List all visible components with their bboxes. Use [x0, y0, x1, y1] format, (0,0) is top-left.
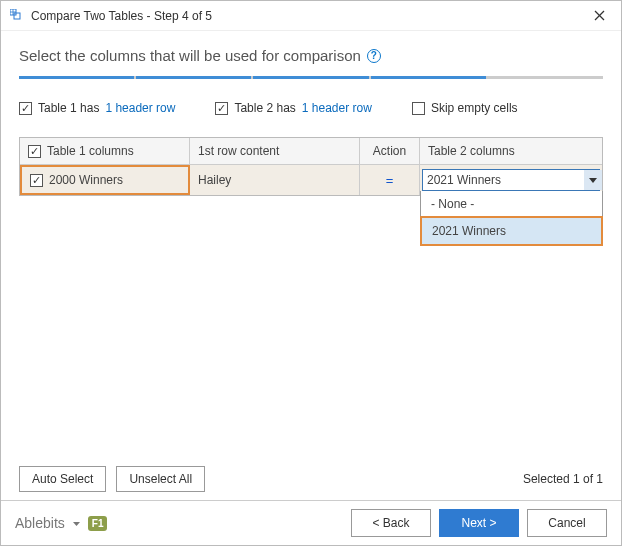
row-col2-text: Hailey — [198, 173, 231, 187]
dialog-content: Select the columns that will be used for… — [1, 31, 621, 500]
header-col1-label: Table 1 columns — [47, 144, 134, 158]
dropdown-option-none[interactable]: - None - — [421, 191, 602, 217]
chevron-down-icon — [589, 178, 597, 183]
row-action-cell[interactable]: = — [360, 165, 420, 195]
row-col2-cell: Hailey — [190, 165, 360, 195]
close-button[interactable] — [585, 2, 613, 30]
options-row: Table 1 has 1 header row Table 2 has 1 h… — [19, 101, 603, 115]
row-col1-text: 2000 Winners — [49, 173, 123, 187]
row-col1-cell[interactable]: 2000 Winners — [20, 165, 190, 195]
brand-label[interactable]: Ablebits — [15, 515, 65, 531]
checkbox-icon — [19, 102, 32, 115]
titlebar: Compare Two Tables - Step 4 of 5 — [1, 1, 621, 31]
subtitle-text: Select the columns that will be used for… — [19, 47, 361, 64]
table2-header-link[interactable]: 1 header row — [302, 101, 372, 115]
header-col2-label: 1st row content — [198, 144, 279, 158]
table1-prefix: Table 1 has — [38, 101, 99, 115]
checkbox-icon — [28, 145, 41, 158]
header-table1-columns[interactable]: Table 1 columns — [20, 138, 190, 164]
help-f1-badge[interactable]: F1 — [88, 516, 108, 531]
progress-seg-3 — [253, 76, 368, 79]
header-first-row-content: 1st row content — [190, 138, 360, 164]
progress-bar — [19, 76, 603, 79]
step-subtitle: Select the columns that will be used for… — [19, 47, 603, 64]
dropdown-option-2021-winners[interactable]: 2021 Winners — [422, 218, 601, 244]
checkbox-icon — [30, 174, 43, 187]
combo-selected-text: 2021 Winners — [427, 173, 501, 187]
table2-column-combo[interactable]: 2021 Winners — [422, 169, 600, 191]
combo-caret[interactable] — [584, 170, 602, 190]
dialog-window: Compare Two Tables - Step 4 of 5 Select … — [0, 0, 622, 546]
table2-prefix: Table 2 has — [234, 101, 295, 115]
next-button[interactable]: Next > — [439, 509, 519, 537]
app-icon — [9, 8, 25, 24]
auto-select-button[interactable]: Auto Select — [19, 466, 106, 492]
selected-count-label: Selected 1 of 1 — [523, 472, 603, 486]
table2-header-checkbox[interactable]: Table 2 has 1 header row — [215, 101, 371, 115]
window-title: Compare Two Tables - Step 4 of 5 — [31, 9, 585, 23]
table2-column-dropdown: - None - 2021 Winners — [420, 191, 603, 246]
progress-seg-5 — [488, 76, 603, 79]
cancel-button[interactable]: Cancel — [527, 509, 607, 537]
dialog-footer: Ablebits F1 < Back Next > Cancel — [1, 500, 621, 545]
header-action: Action — [360, 138, 420, 164]
checkbox-icon — [215, 102, 228, 115]
columns-grid: Table 1 columns 1st row content Action T… — [19, 137, 603, 196]
grid-actions-row: Auto Select Unselect All Selected 1 of 1 — [19, 456, 603, 492]
unselect-all-button[interactable]: Unselect All — [116, 466, 205, 492]
equals-icon: = — [386, 173, 394, 188]
progress-seg-1 — [19, 76, 134, 79]
checkbox-icon — [412, 102, 425, 115]
skip-empty-label: Skip empty cells — [431, 101, 518, 115]
table1-header-link[interactable]: 1 header row — [105, 101, 175, 115]
back-button[interactable]: < Back — [351, 509, 431, 537]
svg-rect-1 — [14, 13, 20, 19]
brand-menu-caret[interactable] — [73, 518, 80, 528]
help-icon[interactable]: ? — [367, 49, 381, 63]
skip-empty-checkbox[interactable]: Skip empty cells — [412, 101, 518, 115]
grid-header-row: Table 1 columns 1st row content Action T… — [20, 138, 602, 165]
table1-header-checkbox[interactable]: Table 1 has 1 header row — [19, 101, 175, 115]
close-icon — [594, 10, 605, 21]
chevron-down-icon — [73, 522, 80, 526]
header-table2-columns: Table 2 columns — [420, 138, 602, 164]
progress-seg-2 — [136, 76, 251, 79]
progress-seg-4 — [371, 76, 486, 79]
header-col3-label: Action — [373, 144, 406, 158]
header-col4-label: Table 2 columns — [428, 144, 515, 158]
